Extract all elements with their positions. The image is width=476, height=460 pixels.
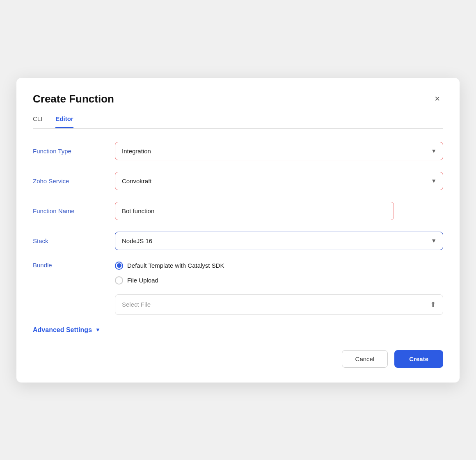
bundle-default-template-label: Default Template with Catalyst SDK	[127, 262, 224, 269]
close-button[interactable]: ×	[431, 93, 443, 105]
advanced-settings-label: Advanced Settings	[33, 326, 92, 334]
footer-actions: Cancel Create	[33, 350, 443, 368]
cancel-button[interactable]: Cancel	[342, 350, 388, 368]
tab-editor[interactable]: Editor	[55, 115, 73, 128]
stack-label: Stack	[33, 237, 115, 244]
function-name-label: Function Name	[33, 207, 115, 214]
file-select-control[interactable]: Select File ⬆	[115, 294, 443, 315]
zoho-service-control: Convokraft Zoho CRM Zoho Desk ▼	[115, 172, 443, 190]
bundle-row: Bundle Default Template with Catalyst SD…	[33, 262, 443, 315]
function-name-row: Function Name	[33, 202, 443, 220]
modal-title: Create Function	[33, 93, 114, 105]
bundle-label: Bundle	[33, 262, 115, 269]
bundle-file-upload-radio[interactable]	[115, 276, 123, 285]
stack-select[interactable]: NodeJS 16 NodeJS 18 Python 3.9 Java 11	[115, 232, 443, 250]
create-button[interactable]: Create	[394, 350, 443, 368]
upload-icon: ⬆	[430, 300, 436, 309]
zoho-service-select[interactable]: Convokraft Zoho CRM Zoho Desk	[115, 172, 443, 190]
file-select-placeholder: Select File	[122, 301, 151, 308]
modal-container: Create Function × CLI Editor Function Ty…	[16, 78, 460, 383]
function-type-row: Function Type Integration Scheduled Even…	[33, 142, 443, 160]
tab-cli[interactable]: CLI	[33, 115, 42, 128]
advanced-settings-chevron-icon: ▼	[95, 327, 101, 333]
stack-select-wrapper: NodeJS 16 NodeJS 18 Python 3.9 Java 11 ▼	[115, 232, 443, 250]
bundle-default-template-option[interactable]: Default Template with Catalyst SDK	[115, 262, 443, 270]
function-type-select[interactable]: Integration Scheduled Event	[115, 142, 443, 160]
advanced-settings-toggle[interactable]: Advanced Settings ▼	[33, 326, 443, 334]
stack-row: Stack NodeJS 16 NodeJS 18 Python 3.9 Jav…	[33, 232, 443, 250]
function-type-label: Function Type	[33, 148, 115, 155]
bundle-file-upload-label: File Upload	[127, 277, 158, 284]
bundle-default-template-radio[interactable]	[115, 262, 123, 270]
modal-header: Create Function ×	[33, 93, 443, 105]
zoho-service-label: Zoho Service	[33, 178, 115, 184]
zoho-service-select-wrapper: Convokraft Zoho CRM Zoho Desk ▼	[115, 172, 443, 190]
stack-control: NodeJS 16 NodeJS 18 Python 3.9 Java 11 ▼	[115, 232, 443, 250]
bundle-file-upload-option[interactable]: File Upload	[115, 276, 443, 285]
function-type-select-wrapper: Integration Scheduled Event ▼	[115, 142, 443, 160]
tabs-container: CLI Editor	[33, 115, 443, 129]
bundle-options: Default Template with Catalyst SDK File …	[115, 262, 443, 315]
function-type-control: Integration Scheduled Event ▼	[115, 142, 443, 160]
modal-overlay: Create Function × CLI Editor Function Ty…	[0, 0, 476, 460]
function-name-control	[115, 202, 443, 220]
function-name-input[interactable]	[115, 202, 394, 220]
zoho-service-row: Zoho Service Convokraft Zoho CRM Zoho De…	[33, 172, 443, 190]
